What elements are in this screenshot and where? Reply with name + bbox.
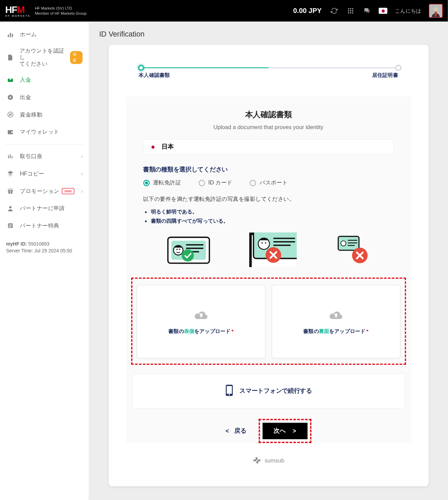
candlestick-icon: [6, 152, 15, 161]
svg-rect-49: [273, 245, 290, 246]
svg-rect-8: [352, 12, 353, 13]
pending-badge: 保留: [70, 51, 83, 64]
chevron-right-icon: ›: [81, 154, 83, 159]
wallet-icon: [6, 127, 15, 136]
cloud-upload-icon: [193, 308, 209, 323]
sidebar-item-label: HFコピー: [20, 170, 44, 178]
requirement-item: 明るく鮮明である。: [151, 208, 393, 216]
transfer-icon: [6, 110, 15, 119]
svg-rect-1: [350, 8, 351, 9]
nav-buttons: < 戻る 次へ >: [126, 419, 411, 443]
bar-chart-icon: [6, 30, 15, 39]
top-header: HFM HF MARKETS HF Markets (SV) LTD Membe…: [0, 0, 448, 22]
svg-rect-19: [8, 155, 9, 158]
sumsub-footer: sumsub: [108, 456, 428, 465]
sidebar-item-hfcopy[interactable]: HFコピー ›: [0, 165, 89, 183]
svg-rect-0: [348, 8, 349, 9]
sidebar-item-accounts[interactable]: 取引口座 ›: [0, 148, 89, 165]
svg-rect-5: [352, 10, 353, 11]
greeting-text: こんにちは: [395, 7, 421, 15]
sidebar-item-wallet[interactable]: マイウォレット: [0, 123, 89, 141]
svg-rect-54: [347, 242, 357, 244]
logo[interactable]: HFM HF MARKETS HF Markets (SV) LTD Membe…: [5, 4, 86, 17]
sidebar-item-home[interactable]: ホーム: [0, 26, 89, 43]
upload-section-highlight: 書類の表側をアップロード* 書類の裏面をアップロード*: [131, 278, 406, 365]
upload-back-label: 書類の裏面をアップロード*: [303, 328, 368, 335]
svg-rect-11: [8, 34, 9, 37]
panel-title: 本人確認書類: [143, 109, 393, 120]
sidebar-item-transfer[interactable]: 資金移動: [0, 106, 89, 123]
upload-front-label: 書類の表側をアップロード*: [168, 328, 234, 335]
svg-point-35: [176, 249, 177, 250]
doc-type-label: 書類の種類を選択してください: [143, 166, 393, 174]
language-flag-jp[interactable]: [379, 8, 387, 14]
sidebar-item-label: 出金: [20, 93, 31, 101]
svg-rect-31: [9, 227, 11, 227]
page-title: ID Verification: [89, 22, 448, 45]
sidebar-item-promo[interactable]: プロモーション new ›: [0, 182, 89, 200]
sidebar-item-withdraw[interactable]: 出金: [0, 89, 89, 106]
next-button[interactable]: 次へ >: [262, 423, 307, 439]
sidebar-item-label: ホーム: [20, 31, 37, 39]
svg-point-52: [340, 241, 346, 246]
continue-mobile-button[interactable]: スマートフォンで続行する: [131, 374, 405, 409]
svg-rect-13: [12, 34, 13, 37]
svg-rect-3: [348, 10, 349, 11]
new-badge: new: [62, 188, 74, 194]
svg-rect-21: [12, 156, 13, 158]
svg-rect-37: [186, 244, 203, 246]
svg-rect-29: [9, 224, 12, 225]
withdraw-icon: [6, 93, 15, 101]
company-name: HF Markets (SV) LTD Member of HF Markets…: [35, 5, 86, 16]
chat-icon[interactable]: [362, 6, 372, 16]
svg-point-9: [434, 7, 438, 11]
radio-passport[interactable]: パスポート: [250, 179, 288, 187]
svg-rect-48: [273, 241, 294, 242]
step-dot-1: [138, 65, 144, 71]
cloud-upload-icon: [328, 308, 344, 323]
example-bad-crop: [249, 233, 296, 269]
svg-rect-61: [255, 457, 257, 460]
svg-point-59: [228, 394, 229, 395]
sidebar-item-verify[interactable]: アカウントを認証し てください 保留: [0, 43, 89, 71]
svg-point-36: [179, 249, 180, 250]
flag-jp-icon: [149, 144, 157, 150]
upload-back[interactable]: 書類の裏面をアップロード*: [271, 285, 400, 358]
svg-rect-63: [256, 461, 258, 464]
country-select[interactable]: 日本: [143, 139, 393, 155]
sidebar-item-partner-perks[interactable]: パートナー特典: [0, 217, 89, 235]
smartphone-icon: [225, 384, 233, 398]
sidebar-item-label: アカウントを認証し てください: [19, 47, 67, 67]
sidebar-item-label: 入金: [20, 76, 31, 84]
back-button[interactable]: < 戻る: [225, 427, 246, 435]
radio-icon: [198, 180, 205, 186]
chevron-left-icon: <: [225, 428, 229, 434]
radio-icon: [143, 180, 149, 186]
sidebar-item-label: プロモーション: [20, 187, 59, 195]
svg-rect-6: [348, 12, 349, 13]
sidebar-item-label: 資金移動: [20, 111, 42, 119]
sidebar-item-partner-apply[interactable]: パートナーに申請: [0, 200, 89, 217]
upload-front[interactable]: 書類の表側をアップロード*: [136, 285, 265, 358]
example-good: [167, 235, 210, 267]
list-icon: [6, 221, 15, 230]
form-panel: 本人確認書類 Upload a document that proves you…: [126, 96, 411, 443]
progress-stepper: 本人確認書類 居住証明書: [108, 67, 428, 79]
radio-license[interactable]: 運転免許証: [143, 179, 181, 187]
user-icon: [6, 204, 15, 213]
svg-rect-58: [226, 386, 232, 394]
refresh-icon[interactable]: [330, 6, 339, 16]
example-images: [143, 233, 393, 269]
sidebar-item-label: パートナー特典: [20, 222, 59, 230]
main-content: ID Verification 本人確認書類 居住証明書 本人確認書類 Uplo…: [89, 22, 448, 500]
svg-point-26: [10, 188, 12, 190]
sidebar-item-label: マイウォレット: [20, 128, 59, 136]
radio-icon: [250, 180, 256, 186]
user-avatar[interactable]: [429, 4, 443, 18]
apps-icon[interactable]: [346, 6, 355, 16]
step-dot-2: [395, 65, 401, 71]
sidebar-item-deposit[interactable]: 入金: [0, 71, 89, 89]
svg-rect-20: [10, 154, 11, 158]
radio-idcard[interactable]: ID カード: [198, 179, 232, 187]
svg-rect-12: [10, 33, 11, 37]
